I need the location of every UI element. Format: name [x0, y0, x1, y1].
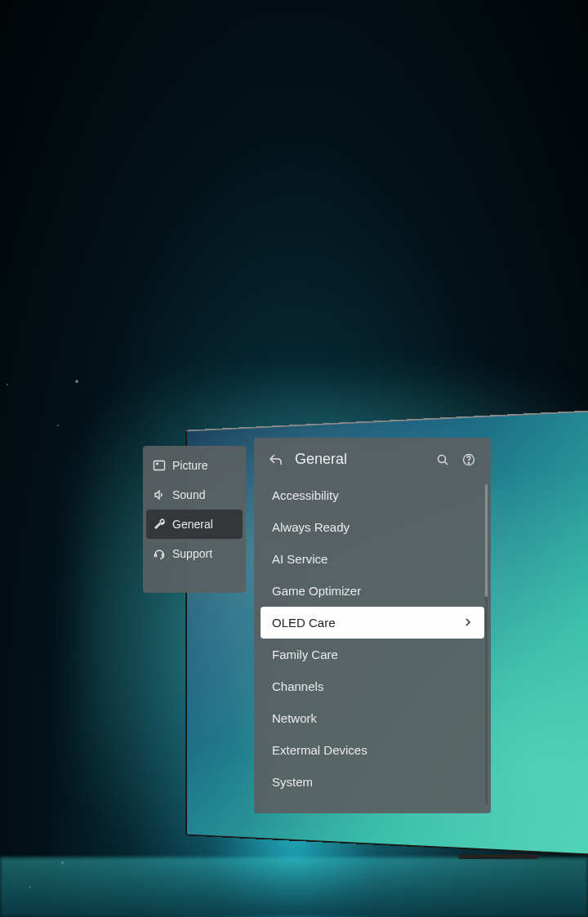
svg-point-6: [468, 462, 469, 463]
menu-item-label: OLED Care: [272, 616, 336, 630]
svg-rect-3: [163, 554, 164, 557]
tv-stand: [459, 854, 539, 859]
menu-item-system[interactable]: System: [261, 766, 484, 798]
menu-item-label: Accessibility: [272, 488, 339, 502]
search-button[interactable]: [435, 452, 450, 467]
menu-item-ai-service[interactable]: AI Service: [261, 543, 484, 575]
menu-item-label: Family Care: [272, 648, 338, 661]
menu-item-oled-care[interactable]: OLED Care: [261, 607, 484, 639]
general-panel: General Accessibility Always Ready AI Se…: [254, 438, 491, 813]
svg-rect-0: [154, 461, 165, 470]
menu-item-external-devices[interactable]: Extermal Devices: [261, 734, 484, 766]
menu-item-label: AI Service: [272, 552, 327, 566]
menu-item-label: Always Ready: [272, 520, 350, 534]
svg-point-4: [439, 455, 446, 462]
scrollbar[interactable]: [485, 484, 488, 805]
sound-icon: [153, 488, 166, 501]
headset-icon: [153, 547, 166, 560]
sidebar-item-label: Support: [172, 547, 212, 560]
menu-item-network[interactable]: Network: [261, 702, 484, 734]
particle: [57, 425, 59, 426]
back-button[interactable]: [269, 452, 283, 467]
settings-sidebar: Picture Sound General Support: [143, 446, 246, 593]
menu-item-label: System: [272, 775, 313, 789]
menu-item-family-care[interactable]: Family Care: [261, 639, 484, 670]
sidebar-item-general[interactable]: General: [146, 510, 243, 539]
sidebar-item-label: Picture: [172, 459, 208, 472]
menu-item-game-optimizer[interactable]: Game Optimizer: [261, 575, 484, 607]
particle: [7, 384, 8, 385]
wrench-icon: [153, 518, 166, 531]
svg-rect-2: [155, 554, 157, 557]
menu-item-label: Game Optimizer: [272, 584, 361, 598]
menu-item-channels[interactable]: Channels: [261, 670, 484, 702]
menu-item-always-ready[interactable]: Always Ready: [261, 511, 484, 543]
panel-title: General: [295, 451, 424, 468]
particle: [75, 380, 78, 383]
floor-reflection: [0, 857, 588, 917]
panel-header: General: [254, 438, 491, 479]
menu-item-label: Channels: [272, 679, 323, 693]
sidebar-item-picture[interactable]: Picture: [143, 451, 246, 480]
help-button[interactable]: [461, 452, 476, 467]
picture-icon: [153, 459, 166, 472]
sidebar-item-support[interactable]: Support: [143, 539, 246, 568]
menu-item-label: Network: [272, 711, 317, 725]
svg-point-1: [157, 463, 158, 465]
sidebar-item-label: General: [172, 518, 213, 531]
sidebar-item-label: Sound: [172, 488, 205, 501]
menu-item-label: Extermal Devices: [272, 743, 368, 757]
menu-item-accessibility[interactable]: Accessibility: [261, 479, 484, 511]
scrollbar-thumb[interactable]: [485, 484, 488, 597]
sidebar-item-sound[interactable]: Sound: [143, 480, 246, 510]
chevron-right-icon: [463, 616, 473, 630]
panel-body: Accessibility Always Ready AI Service Ga…: [254, 479, 491, 813]
